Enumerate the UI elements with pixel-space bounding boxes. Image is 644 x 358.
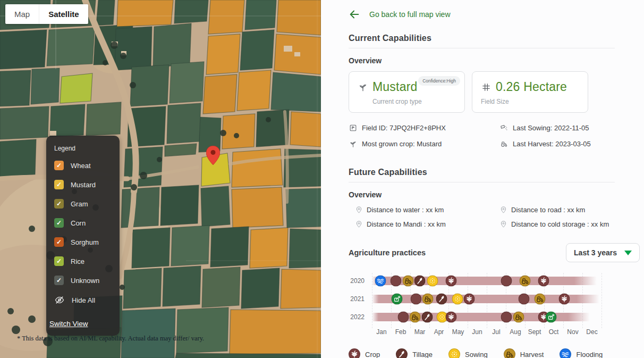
back-to-map-link[interactable]: Go back to full map view [369, 10, 451, 19]
month-label: Apr [429, 328, 448, 341]
legend-label: Mustard [71, 181, 96, 189]
practices-header: Agriculture practices Last 3 years [349, 243, 640, 262]
tab-satellite[interactable]: Satellite [39, 4, 88, 24]
month-label: Oct [544, 328, 563, 341]
legend-checkbox-unknown[interactable]: ✓ [54, 276, 64, 285]
gridline [601, 273, 602, 328]
year-range-dropdown[interactable]: Last 3 years [566, 243, 640, 262]
current-overview-title: Overview [349, 56, 640, 65]
month-label: Jan [372, 328, 391, 341]
legend-label: Unknown [71, 277, 99, 285]
field-id-icon [349, 123, 358, 132]
field-size-card: 0.26 Hectare Field Size [472, 71, 588, 113]
hide-all-button[interactable]: Hide All [54, 295, 120, 305]
year-label: 2022 [349, 308, 372, 326]
crop-type-card: Confidence:High Mustard Current crop typ… [349, 71, 465, 113]
event-tillage[interactable] [414, 276, 426, 287]
grid-icon [481, 82, 492, 93]
sowing-legend-icon [448, 348, 460, 358]
event-harvest[interactable] [535, 294, 546, 305]
event-sowing[interactable] [427, 276, 438, 287]
harvest-legend-icon [504, 348, 515, 358]
crop-legend-icon [349, 348, 360, 358]
switch-view-link[interactable]: Switch View [49, 320, 88, 328]
detail-item: Field ID: 7JPQ2HF2+8PHX [349, 123, 499, 132]
tab-map[interactable]: Map [5, 4, 39, 24]
practices-timeline: 202020212022 JanFebMarAprMayJunJulAugSep… [349, 272, 601, 341]
back-arrow-icon[interactable] [349, 9, 360, 20]
distance-item: Distance to Mandi : xx km [355, 220, 499, 228]
event-crop[interactable] [559, 294, 570, 305]
distance-text: Distance to road : xx km [511, 206, 585, 214]
month-axis: JanFebMarAprMayJunJulAugSeptOctNovDec [372, 328, 601, 341]
practice-legend-item-harvest: Harvest [504, 348, 544, 358]
legend-item-wheat: ✓Wheat [54, 161, 120, 170]
practice-legend-label: Tillage [412, 351, 433, 358]
divider [349, 48, 615, 48]
legend-checkbox-corn[interactable]: ✓ [54, 218, 64, 228]
month-label: May [448, 328, 468, 341]
event-harvest[interactable] [403, 276, 414, 287]
year-range-label: Last 3 years [574, 248, 617, 257]
event-crop-plain[interactable] [397, 312, 409, 323]
timeline-row-2021 [372, 290, 601, 308]
divider [349, 182, 615, 182]
month-label: Feb [391, 328, 410, 341]
event-harvest[interactable] [513, 312, 524, 323]
event-field[interactable] [545, 312, 556, 323]
year-label: 2021 [349, 290, 372, 308]
event-crop[interactable] [446, 276, 457, 287]
legend-item-sorghum: ✓Sorghum [54, 237, 120, 247]
legend-checkbox-mustard[interactable]: ✓ [54, 180, 64, 189]
event-tillage[interactable] [421, 312, 433, 323]
agriculture-practices-title: Agriculture practices [349, 248, 426, 257]
legend-checkbox-wheat[interactable]: ✓ [54, 161, 64, 170]
event-tillage[interactable] [436, 294, 447, 305]
future-capabilities-title: Future Capabilities [349, 168, 640, 177]
event-crop-plain[interactable] [501, 312, 512, 323]
event-crop[interactable] [464, 294, 475, 305]
event-crop[interactable] [446, 312, 457, 323]
legend-label: Wheat [71, 162, 91, 170]
distance-text: Distance to cold storage : xx km [511, 220, 609, 228]
distance-item: Distance to road : xx km [499, 206, 640, 214]
legend-item-gram: ✓Gram [54, 199, 120, 209]
month-label: Nov [563, 328, 582, 341]
app-root: Map Satellite Legend ✓Wheat✓Mustard✓Gram… [0, 0, 644, 358]
legend-label: Rice [71, 257, 84, 265]
detail-text: Last Sowing: 2022-11-05 [513, 124, 589, 132]
timeline-year-labels: 202020212022 [349, 272, 372, 341]
eye-off-icon [54, 295, 65, 305]
year-label: 2020 [349, 272, 372, 290]
map-legend-panel: Legend ✓Wheat✓Mustard✓Gram✓Corn✓Sorghum✓… [46, 136, 120, 336]
legend-checkbox-sorghum[interactable]: ✓ [54, 237, 64, 247]
legend-item-unknown: ✓Unknown [54, 276, 120, 285]
legend-item-rice: ✓Rice [54, 256, 120, 266]
dropdown-caret-icon [624, 251, 632, 255]
timeline-chart: JanFebMarAprMayJunJulAugSeptOctNovDec [372, 272, 601, 341]
event-crop[interactable] [538, 276, 549, 287]
legend-checkbox-rice[interactable]: ✓ [54, 256, 64, 266]
detail-text: Field ID: 7JPQ2HF2+8PHX [362, 124, 446, 132]
location-pin-icon [355, 220, 363, 228]
event-harvest[interactable] [410, 312, 421, 323]
practice-legend-item-flooding: Flooding [560, 348, 603, 358]
event-crop-plain[interactable] [410, 294, 421, 305]
event-sowing[interactable] [452, 294, 463, 305]
detail-item: Last Sowing: 2022-11-05 [499, 123, 640, 132]
practice-legend-label: Harvest [520, 351, 544, 358]
event-crop-plain[interactable] [501, 276, 512, 287]
practice-legend-item-tillage: Tillage [396, 348, 433, 358]
event-harvest[interactable] [422, 294, 433, 305]
legend-label: Gram [71, 200, 88, 208]
event-harvest[interactable] [519, 276, 530, 287]
satellite-map[interactable]: Map Satellite Legend ✓Wheat✓Mustard✓Gram… [0, 0, 321, 358]
confidence-badge: Confidence:High [418, 76, 460, 86]
map-marker-pin [206, 146, 220, 165]
event-crop-plain[interactable] [518, 294, 529, 305]
practice-legend-item-crop: Crop [349, 348, 380, 358]
event-field[interactable] [391, 294, 402, 305]
legend-checkbox-gram[interactable]: ✓ [54, 199, 64, 209]
event-flooding[interactable] [375, 276, 386, 287]
event-crop-plain[interactable] [390, 276, 401, 287]
